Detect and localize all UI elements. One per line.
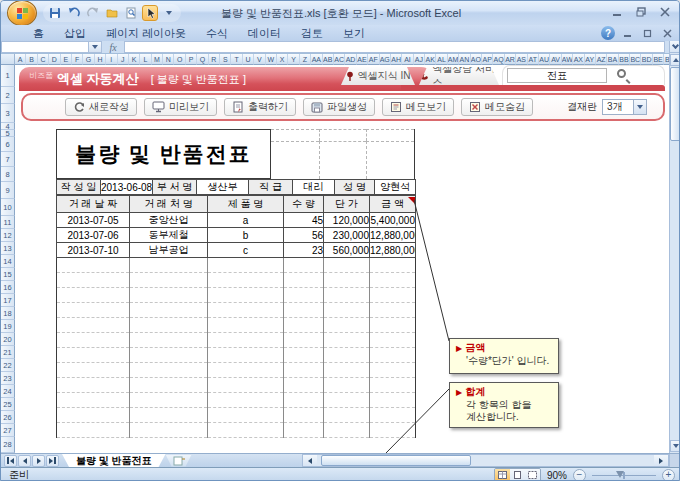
empty-cell[interactable]: [130, 363, 208, 378]
empty-cell[interactable]: [130, 258, 208, 273]
column-header-cell[interactable]: S: [220, 54, 231, 65]
cell-qty[interactable]: 56: [284, 228, 324, 243]
scroll-down-icon[interactable]: [670, 440, 680, 452]
row-header-cell[interactable]: 3: [1, 104, 15, 123]
column-header-cell[interactable]: BE: [653, 54, 664, 65]
column-header-cell[interactable]: Y: [288, 54, 299, 65]
row-header-cell[interactable]: 25: [1, 398, 15, 411]
empty-cell[interactable]: [130, 288, 208, 303]
cell-date[interactable]: 2013-07-05: [57, 213, 130, 228]
empty-cell[interactable]: [208, 258, 284, 273]
empty-cell[interactable]: [130, 408, 208, 423]
column-header-cell[interactable]: U: [243, 54, 254, 65]
column-header[interactable]: 수 량: [284, 196, 324, 213]
approval-box[interactable]: [271, 129, 319, 141]
next-sheet-icon[interactable]: [32, 455, 45, 467]
column-header-cell[interactable]: BB: [619, 54, 630, 65]
cell-product[interactable]: c: [208, 243, 284, 258]
cell-vendor[interactable]: 남부공업: [130, 243, 208, 258]
select-all-corner[interactable]: [1, 54, 15, 65]
cell-vendor[interactable]: 동부제철: [130, 228, 208, 243]
empty-cell[interactable]: [324, 273, 370, 288]
column-header-cell[interactable]: AR: [505, 54, 516, 65]
row-header-cell[interactable]: 6: [1, 137, 15, 152]
empty-cell[interactable]: [130, 318, 208, 333]
column-header-cell[interactable]: AO: [471, 54, 482, 65]
column-header-cell[interactable]: AV: [550, 54, 561, 65]
info-value[interactable]: 생산부: [197, 180, 249, 195]
empty-cell[interactable]: [324, 363, 370, 378]
column-header-cell[interactable]: AF: [368, 54, 379, 65]
cell-amount[interactable]: 5,400,000: [370, 213, 416, 228]
column-header-cell[interactable]: AW: [562, 54, 573, 65]
row-header-cell[interactable]: 23: [1, 372, 15, 385]
empty-cell[interactable]: [130, 348, 208, 363]
column-header-cell[interactable]: AY: [585, 54, 596, 65]
row-header-cell[interactable]: 18: [1, 307, 15, 320]
formula-bar-expand-icon[interactable]: [670, 41, 680, 53]
row-header-cell[interactable]: 27: [1, 424, 15, 437]
cell-date[interactable]: 2013-07-10: [57, 243, 130, 258]
column-header-cell[interactable]: Z: [300, 54, 311, 65]
info-label[interactable]: 직 급: [249, 180, 293, 195]
empty-cell[interactable]: [208, 378, 284, 393]
empty-cell[interactable]: [370, 288, 416, 303]
column-header-cell[interactable]: AC: [334, 54, 345, 65]
column-header-cell[interactable]: D: [49, 54, 60, 65]
info-label[interactable]: 작 성 일: [57, 180, 101, 195]
empty-cell[interactable]: [324, 318, 370, 333]
scroll-right-icon[interactable]: [654, 455, 668, 466]
horizontal-scroll-thumb[interactable]: [321, 455, 471, 466]
page-break-view-icon[interactable]: [525, 469, 540, 481]
row-header-cell[interactable]: 5: [1, 130, 15, 137]
column-header[interactable]: 거 래 날 짜: [57, 196, 130, 213]
empty-cell[interactable]: [324, 423, 370, 438]
ribbon-tab[interactable]: 데이터: [238, 25, 291, 41]
empty-cell[interactable]: [370, 423, 416, 438]
cell-product[interactable]: b: [208, 228, 284, 243]
empty-cell[interactable]: [370, 333, 416, 348]
column-header-cell[interactable]: T: [231, 54, 242, 65]
cell-qty[interactable]: 45: [284, 213, 324, 228]
cell-vendor[interactable]: 중앙산업: [130, 213, 208, 228]
column-header[interactable]: 거 래 처 명: [130, 196, 208, 213]
approval-box[interactable]: [366, 141, 414, 179]
column-header-cell[interactable]: AX: [573, 54, 584, 65]
help-icon[interactable]: ?: [601, 26, 615, 40]
row-header-cell[interactable]: 7: [1, 152, 15, 167]
cell-price[interactable]: 560,000: [324, 243, 370, 258]
ribbon-tab[interactable]: 삽입: [54, 25, 96, 41]
column-header-cell[interactable]: AA: [311, 54, 322, 65]
empty-cell[interactable]: [324, 303, 370, 318]
empty-cell[interactable]: [208, 393, 284, 408]
empty-cell[interactable]: [57, 408, 130, 423]
column-header-cell[interactable]: W: [266, 54, 277, 65]
show-memo-button[interactable]: 메모보기: [382, 98, 454, 116]
column-header-cell[interactable]: AS: [516, 54, 527, 65]
empty-cell[interactable]: [130, 423, 208, 438]
row-header-cell[interactable]: 16: [1, 281, 15, 294]
row-header-cell[interactable]: 10: [1, 199, 15, 216]
column-header-cell[interactable]: Q: [197, 54, 208, 65]
empty-cell[interactable]: [130, 303, 208, 318]
column-header-cell[interactable]: AP: [482, 54, 493, 65]
empty-cell[interactable]: [370, 378, 416, 393]
info-label[interactable]: 부 서 명: [153, 180, 197, 195]
row-header-cell[interactable]: 22: [1, 359, 15, 372]
cell-date[interactable]: 2013-07-06: [57, 228, 130, 243]
row-header-cell[interactable]: 8: [1, 167, 15, 182]
column-header-cell[interactable]: AL: [436, 54, 447, 65]
empty-cell[interactable]: [57, 288, 130, 303]
empty-cell[interactable]: [324, 393, 370, 408]
empty-cell[interactable]: [284, 288, 324, 303]
column-header-cell[interactable]: AT: [528, 54, 539, 65]
name-box[interactable]: [1, 41, 89, 53]
empty-cell[interactable]: [57, 303, 130, 318]
empty-cell[interactable]: [284, 363, 324, 378]
column-header-cell[interactable]: X: [277, 54, 288, 65]
empty-cell[interactable]: [324, 348, 370, 363]
minimize-icon[interactable]: [607, 5, 627, 19]
scroll-up-icon[interactable]: [670, 54, 680, 66]
empty-cell[interactable]: [57, 273, 130, 288]
empty-cell[interactable]: [284, 258, 324, 273]
